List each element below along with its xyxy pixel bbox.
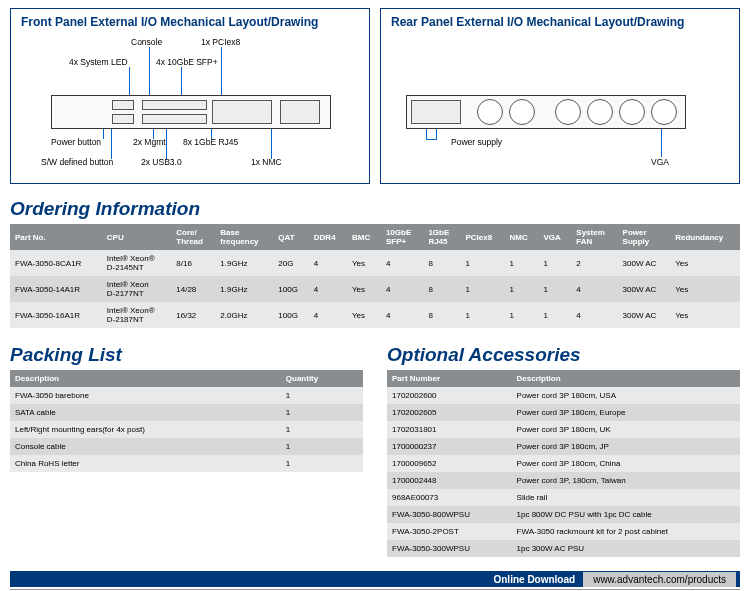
table-cell: 1: [505, 250, 539, 276]
column-header: Base frequency: [215, 224, 273, 250]
download-url[interactable]: www.advantech.com/products: [583, 572, 736, 587]
table-cell: 1: [505, 302, 539, 328]
column-header: 1GbE RJ45: [423, 224, 460, 250]
label-psu: Power supply: [451, 137, 502, 147]
table-cell: 1: [281, 438, 363, 455]
download-label: Online Download: [485, 572, 583, 587]
table-row: 1702002600Power cord 3P 180cm, USA: [387, 387, 740, 404]
column-header: Redundancy: [670, 224, 740, 250]
table-cell: Power cord 3P 180cm, China: [512, 455, 740, 472]
table-cell: Slide rail: [512, 489, 740, 506]
table-cell: 1702002605: [387, 404, 512, 421]
table-cell: Yes: [670, 302, 740, 328]
table-row: FWA-3050-300WPSU1pc 300W AC PSU: [387, 540, 740, 557]
column-header: Part Number: [387, 370, 512, 387]
packing-title: Packing List: [10, 344, 363, 366]
table-cell: Yes: [670, 250, 740, 276]
packing-section: Packing List DescriptionQuantity FWA-305…: [10, 338, 363, 557]
packing-table: DescriptionQuantity FWA-3050 barebone1SA…: [10, 370, 363, 472]
table-cell: 8/16: [171, 250, 215, 276]
table-row: FWA-3050-800WPSU1pc 800W DC PSU with 1pc…: [387, 506, 740, 523]
table-cell: 1pc 300W AC PSU: [512, 540, 740, 557]
table-cell: 300W AC: [618, 276, 671, 302]
column-header: Core/ Thread: [171, 224, 215, 250]
table-row: 968AE00073Slide rail: [387, 489, 740, 506]
table-cell: 100G: [273, 276, 309, 302]
table-cell: 8: [423, 250, 460, 276]
accessories-table: Part NumberDescription 1702002600Power c…: [387, 370, 740, 557]
table-cell: Yes: [670, 276, 740, 302]
ordering-table: Part No.CPUCore/ ThreadBase frequencyQAT…: [10, 224, 740, 328]
table-cell: Left/Right mounting ears(for 4x post): [10, 421, 281, 438]
front-panel-box: Front Panel External I/O Mechanical Layo…: [10, 8, 370, 184]
front-diagram: Console 1x PCIex8 4x System LED 4x 10GbE…: [21, 35, 359, 175]
table-cell: 1700002448: [387, 472, 512, 489]
label-console: Console: [131, 37, 162, 47]
table-cell: Intel® Xeon® D-2187NT: [102, 302, 171, 328]
table-row: China RoHS letter1: [10, 455, 363, 472]
table-cell: 1.9GHz: [215, 276, 273, 302]
column-header: Description: [10, 370, 281, 387]
table-cell: 1700000237: [387, 438, 512, 455]
footer-bar: Online Download www.advantech.com/produc…: [10, 571, 740, 587]
table-cell: 4: [309, 276, 347, 302]
column-header: Part No.: [10, 224, 102, 250]
table-cell: FWA-3050-300WPSU: [387, 540, 512, 557]
table-cell: Power cord 3P 180cm, JP: [512, 438, 740, 455]
front-chassis: [51, 95, 331, 129]
table-cell: FWA-3050-16A1R: [10, 302, 102, 328]
column-header: DDR4: [309, 224, 347, 250]
table-row: FWA-3050-8CA1RIntel® Xeon® D-2145NT8/161…: [10, 250, 740, 276]
column-header: PCIex8: [461, 224, 505, 250]
table-cell: 1: [538, 250, 571, 276]
table-cell: 1700009652: [387, 455, 512, 472]
table-row: FWA-3050 barebone1: [10, 387, 363, 404]
table-cell: 1: [461, 302, 505, 328]
rear-diagram: Power supply VGA: [391, 35, 729, 175]
label-mgmt: 2x Mgmt.: [133, 137, 168, 147]
table-cell: 1: [461, 276, 505, 302]
label-sysled: 4x System LED: [69, 57, 128, 67]
table-cell: 1: [281, 455, 363, 472]
table-row: 1702002605Power cord 3P 180cm, Europe: [387, 404, 740, 421]
table-cell: 300W AC: [618, 302, 671, 328]
table-row: FWA-3050-14A1RIntel® Xeon D-2177NT14/281…: [10, 276, 740, 302]
table-cell: 1: [281, 404, 363, 421]
label-sfp: 4x 10GbE SFP+: [156, 57, 218, 67]
table-cell: FWA-3050 barebone: [10, 387, 281, 404]
table-cell: 1702002600: [387, 387, 512, 404]
ordering-title: Ordering Information: [10, 198, 740, 220]
table-cell: 4: [309, 302, 347, 328]
table-cell: 1: [505, 276, 539, 302]
rear-panel-title: Rear Panel External I/O Mechanical Layou…: [391, 15, 729, 29]
table-row: FWA-3050-2POSTFWA-3050 rackmount kit for…: [387, 523, 740, 540]
table-cell: 1702031801: [387, 421, 512, 438]
front-panel-title: Front Panel External I/O Mechanical Layo…: [21, 15, 359, 29]
label-usb: 2x USB3.0: [141, 157, 182, 167]
table-cell: 20G: [273, 250, 309, 276]
rear-chassis: [406, 95, 686, 129]
table-row: 1700000237Power cord 3P 180cm, JP: [387, 438, 740, 455]
table-cell: China RoHS letter: [10, 455, 281, 472]
table-cell: 2.0GHz: [215, 302, 273, 328]
table-cell: FWA-3050-2POST: [387, 523, 512, 540]
table-row: FWA-3050-16A1RIntel® Xeon® D-2187NT16/32…: [10, 302, 740, 328]
label-nmc: 1x NMC: [251, 157, 282, 167]
table-cell: 1: [281, 387, 363, 404]
table-cell: Intel® Xeon D-2177NT: [102, 276, 171, 302]
table-cell: 8: [423, 302, 460, 328]
table-row: 1700009652Power cord 3P 180cm, China: [387, 455, 740, 472]
table-cell: FWA-3050-800WPSU: [387, 506, 512, 523]
column-header: VGA: [538, 224, 571, 250]
table-cell: 4: [571, 302, 617, 328]
table-cell: 1pc 800W DC PSU with 1pc DC cable: [512, 506, 740, 523]
label-swbtn: S/W defined button: [41, 157, 113, 167]
table-cell: Power cord 3P, 180cm, Taiwan: [512, 472, 740, 489]
panel-row: Front Panel External I/O Mechanical Layo…: [10, 8, 740, 184]
table-cell: 1: [281, 421, 363, 438]
table-cell: Power cord 3P 180cm, USA: [512, 387, 740, 404]
table-row: 1702031801Power cord 3P 180cm, UK: [387, 421, 740, 438]
table-row: SATA cable1: [10, 404, 363, 421]
table-cell: 4: [309, 250, 347, 276]
table-cell: Intel® Xeon® D-2145NT: [102, 250, 171, 276]
